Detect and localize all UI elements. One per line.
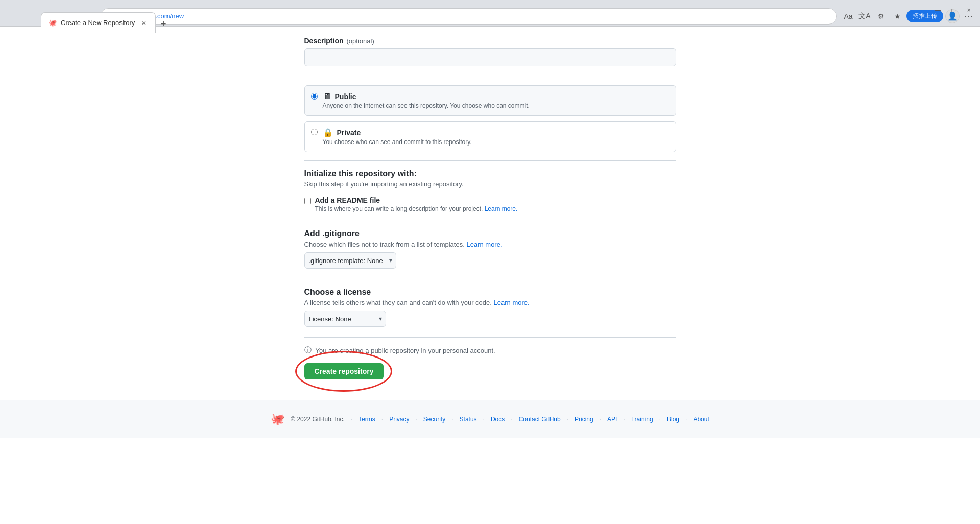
divider-3 [304,221,676,221]
btn-circle-wrapper: Create repository [304,363,384,379]
public-icon: 🖥 [323,92,331,101]
init-title: Initialize this repository with: [304,169,676,178]
init-subtitle: Skip this step if you're importing an ex… [304,180,676,188]
public-radio[interactable] [311,93,318,100]
footer-terms-link[interactable]: Terms [358,416,375,423]
page-content: Description (optional) 🖥 Public Anyone o… [0,27,980,524]
public-desc: Anyone on the internet can see this repo… [323,102,670,109]
divider-2 [304,160,676,161]
footer-api-link[interactable]: API [607,416,617,423]
lock-icon: 🔒 [323,128,333,137]
maximize-button[interactable]: □ [946,3,961,17]
info-notice: ⓘ You are creating a public repository i… [304,346,676,355]
favorites-button[interactable]: ★ [890,9,904,23]
private-option[interactable]: 🔒 Private You choose who can see and com… [304,121,676,152]
footer-docs-link[interactable]: Docs [491,416,505,423]
readme-checkbox[interactable] [304,198,311,204]
tab-close-button[interactable]: × [139,18,148,28]
minimize-button[interactable]: — [931,3,945,17]
footer-status-link[interactable]: Status [460,416,477,423]
footer-contact-link[interactable]: Contact GitHub [519,416,561,423]
info-notice-text: You are creating a public repository in … [316,347,495,354]
divider-1 [304,77,676,77]
info-icon: ⓘ [304,346,312,355]
visibility-section: 🖥 Public Anyone on the internet can see … [304,85,676,152]
reader-mode-button[interactable]: Aa [841,9,855,23]
license-select-wrapper: License: None [304,311,386,327]
public-option[interactable]: 🖥 Public Anyone on the internet can see … [304,85,676,116]
private-label: Private [337,129,361,137]
private-desc: You choose who can see and commit to thi… [323,138,670,146]
divider-5 [304,337,676,338]
address-text: https://github.com/new [117,12,830,20]
footer-inner: 🐙 © 2022 GitHub, Inc. · Terms · Privacy … [8,413,972,426]
description-input[interactable] [304,48,676,66]
license-title: Choose a license [304,288,676,297]
gitignore-learn-link[interactable]: Learn more. [466,241,502,248]
gitignore-dropdown[interactable]: .gitignore template: None [304,252,396,269]
browser-settings-button[interactable]: ⚙ [874,9,888,23]
license-subtitle: A license tells others what they can and… [304,299,676,306]
tab-favicon: 🐙 [49,19,57,27]
license-learn-link[interactable]: Learn more. [494,299,530,306]
gitignore-section: Add .gitignore Choose which files not to… [304,229,676,269]
close-window-button[interactable]: × [962,3,976,17]
footer-security-link[interactable]: Security [423,416,445,423]
readme-desc: This is where you can write a long descr… [315,205,518,212]
public-label: Public [335,92,356,101]
create-repository-button[interactable]: Create repository [304,363,384,379]
gitignore-subtitle: Choose which files not to track from a l… [304,241,676,248]
description-section: Description (optional) [304,37,676,66]
description-label: Description (optional) [304,37,676,45]
tab-title: Create a New Repository [61,19,135,27]
gitignore-title: Add .gitignore [304,229,676,239]
readme-learn-link[interactable]: Learn more. [485,205,518,212]
footer: 🐙 © 2022 GitHub, Inc. · Terms · Privacy … [0,400,980,438]
footer-about-link[interactable]: About [693,416,709,423]
initialize-section: Initialize this repository with: Skip th… [304,169,676,212]
translate-button[interactable]: 文A [857,9,872,23]
address-bar[interactable]: 🔒 https://github.com/new [100,8,837,25]
readme-row: Add a README file This is where you can … [304,196,676,212]
description-optional: (optional) [347,37,374,45]
create-btn-section: Create repository [304,363,676,379]
license-section: Choose a license A license tells others … [304,288,676,327]
divider-4 [304,279,676,279]
copyright: © 2022 GitHub, Inc. [291,416,345,423]
active-tab[interactable]: 🐙 Create a New Repository × [41,12,156,33]
footer-training-link[interactable]: Training [631,416,653,423]
footer-blog-link[interactable]: Blog [667,416,679,423]
github-logo: 🐙 [271,413,284,426]
private-radio[interactable] [311,129,318,135]
footer-privacy-link[interactable]: Privacy [389,416,409,423]
license-dropdown[interactable]: License: None [304,311,386,327]
readme-label: Add a README file [315,196,518,204]
gitignore-select-wrapper: .gitignore template: None [304,252,396,269]
footer-pricing-link[interactable]: Pricing [575,416,593,423]
